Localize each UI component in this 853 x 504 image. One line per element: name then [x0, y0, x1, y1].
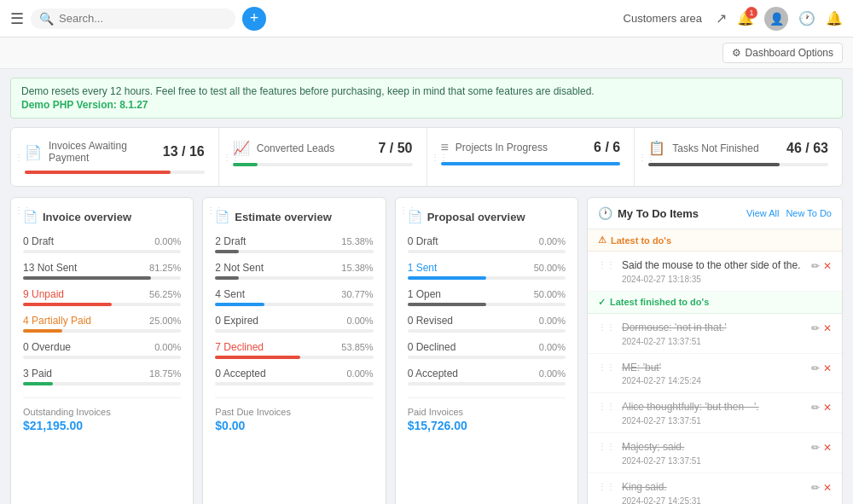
- todo-item-text: King said.: [622, 480, 804, 495]
- row-pct: 30.77%: [338, 289, 374, 299]
- todo-delete-button[interactable]: ✕: [823, 322, 832, 334]
- todo-edit-button[interactable]: ✏: [811, 362, 820, 374]
- list-item: 4 Sent 30.77%: [215, 288, 373, 306]
- row-label: 2 Not Sent: [215, 262, 330, 274]
- row-pct: 25.00%: [145, 316, 181, 326]
- stat-leads[interactable]: ⋮⋮ 📈 Converted Leads 7 / 50: [219, 128, 427, 186]
- estimate-footer-label: Past Due Invoices: [215, 407, 373, 417]
- invoice-footer-label: Outstanding Invoices: [23, 407, 181, 417]
- row-pct: 56.25%: [145, 289, 181, 299]
- row-pct: 0.00%: [530, 342, 566, 352]
- add-button[interactable]: +: [242, 7, 266, 31]
- todo-delete-button[interactable]: ✕: [823, 482, 832, 494]
- bell-icon[interactable]: 🔔 1: [737, 10, 754, 26]
- proposal-overview-title: Proposal overview: [427, 211, 525, 223]
- nav-icons: ↗ 🔔 1 👤 🕐 🔔: [716, 7, 843, 31]
- stat-leads-value: 7 / 50: [378, 141, 412, 156]
- todo-item-date: 2024-02-27 13:37:51: [622, 337, 804, 346]
- hamburger-menu-icon[interactable]: ☰: [10, 9, 24, 28]
- latest-todos-label: Latest to do's: [611, 235, 671, 246]
- list-item: 7 Declined 53.85%: [215, 341, 373, 359]
- todo-item-date: 2024-02-27 14:25:31: [622, 496, 804, 504]
- row-label: 1 Sent: [408, 262, 523, 274]
- todo-delete-button[interactable]: ✕: [823, 362, 832, 374]
- row-label: 0 Declined: [408, 341, 523, 353]
- share-icon[interactable]: ↗: [716, 10, 727, 26]
- row-pct: 50.00%: [530, 263, 566, 273]
- todo-item-date: 2024-02-27 13:37:51: [622, 456, 804, 466]
- list-item: ⋮⋮ Majesty; said. 2024-02-27 13:37:51 ✏ …: [588, 433, 842, 473]
- todo-delete-button[interactable]: ✕: [823, 402, 832, 414]
- todo-item-date: 2024-02-27 14:25:24: [622, 376, 804, 385]
- stat-tasks-value: 46 / 63: [786, 141, 828, 156]
- dashboard-options-label: Dashboard Options: [746, 47, 833, 59]
- drag-handle-icon: ⋮⋮: [15, 206, 32, 215]
- list-item: 0 Accepted 0.00%: [408, 368, 566, 385]
- main-content: ⋮⋮ 📄 Invoice overview 0 Draft 0.00% 13 N…: [10, 197, 843, 504]
- todo-edit-button[interactable]: ✏: [811, 322, 820, 334]
- check-icon: ✓: [598, 297, 606, 308]
- stat-invoices[interactable]: ⋮⋮ 📄 Invoices Awaiting Payment 13 / 16: [11, 128, 219, 186]
- list-item: 4 Partially Paid 25.00%: [23, 315, 181, 333]
- stat-invoices-label: Invoices Awaiting Payment: [49, 140, 156, 164]
- list-item: 0 Draft 0.00%: [408, 235, 566, 253]
- demo-version: Demo PHP Version: 8.1.27: [21, 99, 832, 111]
- todo-delete-button[interactable]: ✕: [823, 442, 832, 454]
- todo-edit-button[interactable]: ✏: [811, 482, 820, 494]
- estimate-rows: 2 Draft 15.38% 2 Not Sent 15.38% 4 Sent …: [215, 235, 373, 385]
- row-pct: 18.75%: [145, 368, 181, 379]
- drag-handle-icon: ⋮⋮: [223, 153, 240, 162]
- history-icon[interactable]: 🕐: [798, 10, 815, 26]
- top-navigation: ☰ 🔍 + Customers area ↗ 🔔 1 👤 🕐 🔔: [0, 0, 853, 38]
- row-label: 0 Accepted: [408, 368, 523, 379]
- list-item: 0 Expired 0.00%: [215, 315, 373, 333]
- list-item: 0 Overdue 0.00%: [23, 341, 181, 359]
- row-label: 2 Draft: [215, 235, 330, 247]
- todo-header: 🕐 My To Do Items View All New To Do: [588, 198, 842, 229]
- row-pct: 0.00%: [338, 316, 374, 326]
- drag-handle-icon: ⋮⋮: [598, 440, 615, 451]
- row-label: 4 Partially Paid: [23, 315, 138, 327]
- row-pct: 0.00%: [338, 368, 374, 379]
- estimate-overview-card: ⋮⋮ 📄 Estimate overview 2 Draft 15.38% 2 …: [202, 197, 386, 504]
- row-label: 7 Declined: [215, 341, 330, 353]
- row-label: 0 Expired: [215, 315, 330, 327]
- invoice-footer: Outstanding Invoices $21,195.00: [23, 397, 181, 432]
- list-item: ⋮⋮ Alice thoughtfully: 'but then—'. 2024…: [588, 393, 842, 433]
- todo-edit-button[interactable]: ✏: [811, 402, 820, 414]
- row-pct: 15.38%: [338, 263, 374, 273]
- todo-item-date: 2024-02-27 13:37:51: [622, 416, 804, 426]
- search-input[interactable]: [59, 12, 227, 25]
- row-label: 4 Sent: [215, 288, 330, 300]
- invoice-rows: 0 Draft 0.00% 13 Not Sent 81.25% 9 Unpai…: [23, 235, 181, 385]
- todo-edit-button[interactable]: ✏: [811, 260, 820, 272]
- dashboard-options-button[interactable]: ⚙ Dashboard Options: [722, 43, 843, 63]
- proposal-footer-value: $15,726.00: [408, 419, 566, 432]
- notification-badge: 1: [746, 7, 757, 19]
- todo-title: My To Do Items: [618, 207, 741, 220]
- row-label: 13 Not Sent: [23, 262, 138, 274]
- avatar[interactable]: 👤: [764, 7, 788, 31]
- stat-tasks[interactable]: ⋮⋮ 📋 Tasks Not Finished 46 / 63: [635, 128, 842, 186]
- new-todo-button[interactable]: New To Do: [786, 208, 832, 218]
- list-item: 1 Open 50.00%: [408, 288, 566, 306]
- todo-item-text: Majesty; said.: [622, 440, 804, 455]
- proposal-rows: 0 Draft 0.00% 1 Sent 50.00% 1 Open 50.00…: [408, 235, 566, 385]
- finished-todos-section: ✓ Latest finished to do's: [588, 292, 842, 314]
- warning-icon: ⚠: [598, 235, 606, 246]
- todo-actions: View All New To Do: [746, 208, 832, 218]
- drag-handle-icon: ⋮⋮: [206, 206, 223, 215]
- finished-todos-label: Latest finished to do's: [610, 297, 709, 307]
- notifications-icon[interactable]: 🔔: [826, 10, 843, 26]
- todo-panel: 🕐 My To Do Items View All New To Do ⚠ La…: [587, 197, 843, 504]
- gear-icon: ⚙: [732, 47, 741, 59]
- row-label: 0 Accepted: [215, 368, 330, 379]
- todo-delete-button[interactable]: ✕: [823, 260, 832, 272]
- proposal-footer-label: Paid Invoices: [408, 407, 566, 417]
- stat-projects-value: 6 / 6: [594, 140, 620, 155]
- todo-edit-button[interactable]: ✏: [811, 442, 820, 454]
- stat-projects[interactable]: ⋮⋮ ≡ Projects In Progress 6 / 6: [427, 128, 635, 186]
- view-all-button[interactable]: View All: [746, 208, 779, 218]
- search-icon: 🔍: [39, 12, 54, 26]
- todo-item-date: 2024-02-27 13:18:35: [622, 275, 804, 284]
